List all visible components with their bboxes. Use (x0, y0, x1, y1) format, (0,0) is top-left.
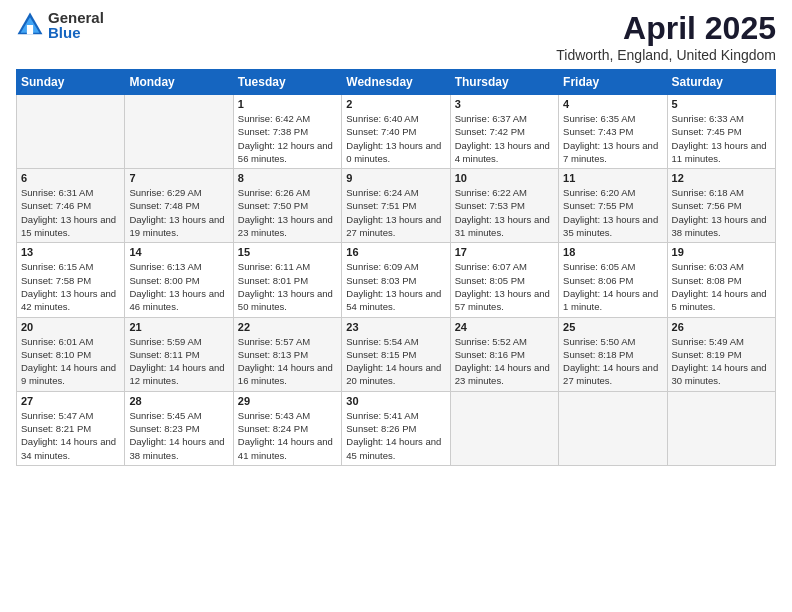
col-tuesday: Tuesday (233, 70, 341, 95)
calendar-header-row: Sunday Monday Tuesday Wednesday Thursday… (17, 70, 776, 95)
cell-info: Sunrise: 6:20 AM Sunset: 7:55 PM Dayligh… (563, 186, 662, 239)
page: General Blue April 2025 Tidworth, Englan… (0, 0, 792, 612)
table-row: 24Sunrise: 5:52 AM Sunset: 8:16 PM Dayli… (450, 317, 558, 391)
table-row: 22Sunrise: 5:57 AM Sunset: 8:13 PM Dayli… (233, 317, 341, 391)
table-row: 13Sunrise: 6:15 AM Sunset: 7:58 PM Dayli… (17, 243, 125, 317)
table-row (667, 391, 775, 465)
cell-info: Sunrise: 6:03 AM Sunset: 8:08 PM Dayligh… (672, 260, 771, 313)
cell-date: 16 (346, 246, 445, 258)
cell-info: Sunrise: 6:18 AM Sunset: 7:56 PM Dayligh… (672, 186, 771, 239)
table-row: 20Sunrise: 6:01 AM Sunset: 8:10 PM Dayli… (17, 317, 125, 391)
cell-info: Sunrise: 6:26 AM Sunset: 7:50 PM Dayligh… (238, 186, 337, 239)
col-thursday: Thursday (450, 70, 558, 95)
cell-date: 7 (129, 172, 228, 184)
logo-blue: Blue (48, 25, 104, 40)
table-row: 26Sunrise: 5:49 AM Sunset: 8:19 PM Dayli… (667, 317, 775, 391)
cell-info: Sunrise: 5:50 AM Sunset: 8:18 PM Dayligh… (563, 335, 662, 388)
cell-date: 14 (129, 246, 228, 258)
table-row (450, 391, 558, 465)
table-row: 15Sunrise: 6:11 AM Sunset: 8:01 PM Dayli… (233, 243, 341, 317)
col-sunday: Sunday (17, 70, 125, 95)
cell-date: 18 (563, 246, 662, 258)
title-block: April 2025 Tidworth, England, United Kin… (556, 10, 776, 63)
title-location: Tidworth, England, United Kingdom (556, 47, 776, 63)
table-row: 9Sunrise: 6:24 AM Sunset: 7:51 PM Daylig… (342, 169, 450, 243)
header: General Blue April 2025 Tidworth, Englan… (16, 10, 776, 63)
table-row: 12Sunrise: 6:18 AM Sunset: 7:56 PM Dayli… (667, 169, 775, 243)
cell-date: 8 (238, 172, 337, 184)
col-friday: Friday (559, 70, 667, 95)
calendar-week-row: 20Sunrise: 6:01 AM Sunset: 8:10 PM Dayli… (17, 317, 776, 391)
table-row: 5Sunrise: 6:33 AM Sunset: 7:45 PM Daylig… (667, 95, 775, 169)
cell-info: Sunrise: 6:31 AM Sunset: 7:46 PM Dayligh… (21, 186, 120, 239)
cell-date: 17 (455, 246, 554, 258)
table-row: 28Sunrise: 5:45 AM Sunset: 8:23 PM Dayli… (125, 391, 233, 465)
cell-info: Sunrise: 5:59 AM Sunset: 8:11 PM Dayligh… (129, 335, 228, 388)
table-row: 8Sunrise: 6:26 AM Sunset: 7:50 PM Daylig… (233, 169, 341, 243)
table-row: 2Sunrise: 6:40 AM Sunset: 7:40 PM Daylig… (342, 95, 450, 169)
cell-date: 23 (346, 321, 445, 333)
table-row: 25Sunrise: 5:50 AM Sunset: 8:18 PM Dayli… (559, 317, 667, 391)
cell-info: Sunrise: 5:41 AM Sunset: 8:26 PM Dayligh… (346, 409, 445, 462)
cell-date: 19 (672, 246, 771, 258)
cell-info: Sunrise: 5:49 AM Sunset: 8:19 PM Dayligh… (672, 335, 771, 388)
cell-date: 26 (672, 321, 771, 333)
table-row (559, 391, 667, 465)
table-row: 14Sunrise: 6:13 AM Sunset: 8:00 PM Dayli… (125, 243, 233, 317)
cell-info: Sunrise: 6:40 AM Sunset: 7:40 PM Dayligh… (346, 112, 445, 165)
cell-date: 5 (672, 98, 771, 110)
cell-info: Sunrise: 6:05 AM Sunset: 8:06 PM Dayligh… (563, 260, 662, 313)
cell-info: Sunrise: 6:33 AM Sunset: 7:45 PM Dayligh… (672, 112, 771, 165)
cell-info: Sunrise: 6:13 AM Sunset: 8:00 PM Dayligh… (129, 260, 228, 313)
cell-info: Sunrise: 6:15 AM Sunset: 7:58 PM Dayligh… (21, 260, 120, 313)
cell-info: Sunrise: 6:07 AM Sunset: 8:05 PM Dayligh… (455, 260, 554, 313)
cell-info: Sunrise: 6:35 AM Sunset: 7:43 PM Dayligh… (563, 112, 662, 165)
cell-info: Sunrise: 5:43 AM Sunset: 8:24 PM Dayligh… (238, 409, 337, 462)
calendar-week-row: 1Sunrise: 6:42 AM Sunset: 7:38 PM Daylig… (17, 95, 776, 169)
logo-text: General Blue (48, 10, 104, 40)
cell-date: 29 (238, 395, 337, 407)
cell-date: 13 (21, 246, 120, 258)
logo-general: General (48, 10, 104, 25)
cell-date: 15 (238, 246, 337, 258)
logo-icon (16, 11, 44, 39)
calendar-week-row: 13Sunrise: 6:15 AM Sunset: 7:58 PM Dayli… (17, 243, 776, 317)
cell-info: Sunrise: 6:01 AM Sunset: 8:10 PM Dayligh… (21, 335, 120, 388)
cell-info: Sunrise: 5:45 AM Sunset: 8:23 PM Dayligh… (129, 409, 228, 462)
cell-info: Sunrise: 6:24 AM Sunset: 7:51 PM Dayligh… (346, 186, 445, 239)
calendar-week-row: 27Sunrise: 5:47 AM Sunset: 8:21 PM Dayli… (17, 391, 776, 465)
cell-info: Sunrise: 6:11 AM Sunset: 8:01 PM Dayligh… (238, 260, 337, 313)
table-row: 7Sunrise: 6:29 AM Sunset: 7:48 PM Daylig… (125, 169, 233, 243)
cell-date: 3 (455, 98, 554, 110)
table-row: 3Sunrise: 6:37 AM Sunset: 7:42 PM Daylig… (450, 95, 558, 169)
calendar-week-row: 6Sunrise: 6:31 AM Sunset: 7:46 PM Daylig… (17, 169, 776, 243)
cell-date: 6 (21, 172, 120, 184)
table-row: 19Sunrise: 6:03 AM Sunset: 8:08 PM Dayli… (667, 243, 775, 317)
calendar: Sunday Monday Tuesday Wednesday Thursday… (16, 69, 776, 466)
table-row: 4Sunrise: 6:35 AM Sunset: 7:43 PM Daylig… (559, 95, 667, 169)
cell-info: Sunrise: 5:47 AM Sunset: 8:21 PM Dayligh… (21, 409, 120, 462)
table-row: 6Sunrise: 6:31 AM Sunset: 7:46 PM Daylig… (17, 169, 125, 243)
table-row: 17Sunrise: 6:07 AM Sunset: 8:05 PM Dayli… (450, 243, 558, 317)
table-row: 11Sunrise: 6:20 AM Sunset: 7:55 PM Dayli… (559, 169, 667, 243)
cell-date: 20 (21, 321, 120, 333)
cell-info: Sunrise: 5:54 AM Sunset: 8:15 PM Dayligh… (346, 335, 445, 388)
table-row: 16Sunrise: 6:09 AM Sunset: 8:03 PM Dayli… (342, 243, 450, 317)
col-saturday: Saturday (667, 70, 775, 95)
cell-info: Sunrise: 6:22 AM Sunset: 7:53 PM Dayligh… (455, 186, 554, 239)
cell-date: 11 (563, 172, 662, 184)
table-row: 29Sunrise: 5:43 AM Sunset: 8:24 PM Dayli… (233, 391, 341, 465)
cell-date: 27 (21, 395, 120, 407)
cell-info: Sunrise: 6:37 AM Sunset: 7:42 PM Dayligh… (455, 112, 554, 165)
cell-date: 1 (238, 98, 337, 110)
cell-info: Sunrise: 5:57 AM Sunset: 8:13 PM Dayligh… (238, 335, 337, 388)
cell-date: 12 (672, 172, 771, 184)
cell-date: 21 (129, 321, 228, 333)
cell-info: Sunrise: 6:42 AM Sunset: 7:38 PM Dayligh… (238, 112, 337, 165)
cell-date: 24 (455, 321, 554, 333)
title-month: April 2025 (556, 10, 776, 47)
table-row: 18Sunrise: 6:05 AM Sunset: 8:06 PM Dayli… (559, 243, 667, 317)
table-row (125, 95, 233, 169)
cell-date: 22 (238, 321, 337, 333)
cell-date: 9 (346, 172, 445, 184)
